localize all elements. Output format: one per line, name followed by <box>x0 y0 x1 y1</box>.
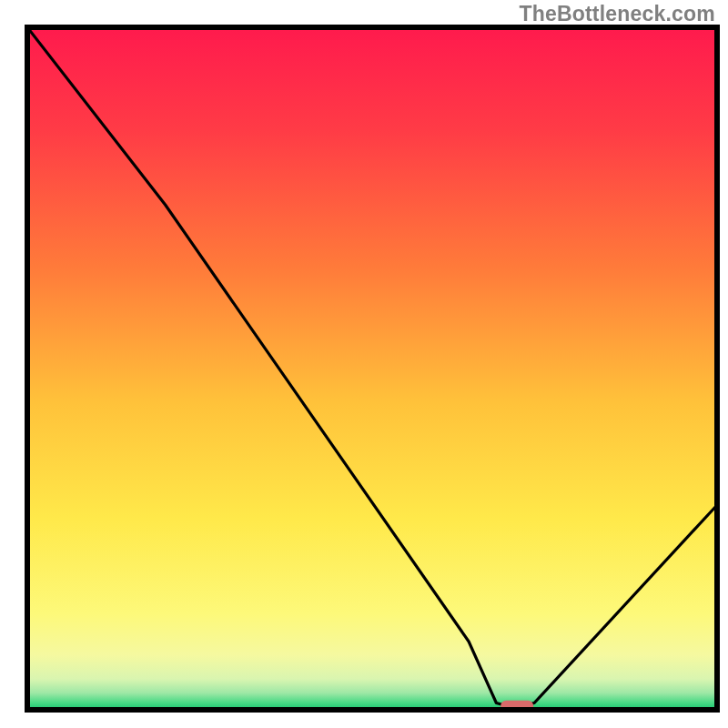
bottleneck-chart <box>0 0 728 728</box>
watermark-text: TheBottleneck.com <box>519 2 715 26</box>
chart-frame: TheBottleneck.com <box>0 0 728 728</box>
gradient-background <box>27 27 717 710</box>
